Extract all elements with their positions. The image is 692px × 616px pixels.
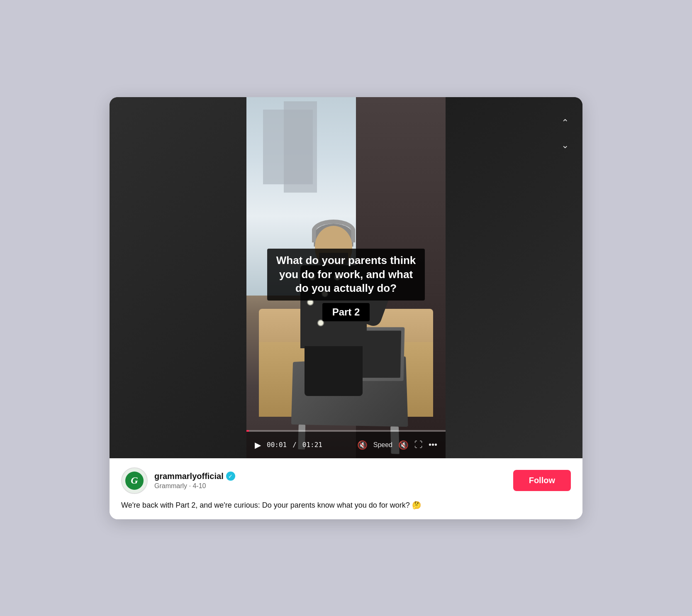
account-row: G grammarlyofficial ✓ Grammarly · 4-10 F… xyxy=(121,467,571,494)
verified-badge: ✓ xyxy=(226,472,235,481)
tiktok-card: What do your parents think you do for wo… xyxy=(110,97,582,519)
account-info: grammarlyofficial ✓ Grammarly · 4-10 xyxy=(154,472,507,490)
video-caption-overlay: What do your parents think you do for wo… xyxy=(267,249,425,321)
bottom-info-section: G grammarlyofficial ✓ Grammarly · 4-10 F… xyxy=(110,458,582,519)
account-subtitle: Grammarly · 4-10 xyxy=(154,482,507,490)
person-scene: What do your parents think you do for wo… xyxy=(246,97,446,458)
avatar[interactable]: G xyxy=(121,467,148,494)
time-separator: / xyxy=(292,441,297,449)
unmute-icon[interactable]: 🔇 xyxy=(357,440,368,450)
speed-label[interactable]: Speed xyxy=(373,441,392,449)
building-bg-2 xyxy=(284,101,317,193)
nav-up-button[interactable]: ⌃ xyxy=(556,114,574,132)
more-options-icon[interactable]: ••• xyxy=(429,440,437,450)
fullscreen-icon[interactable]: ⛶ xyxy=(414,440,423,450)
avatar-letter: G xyxy=(125,472,144,490)
time-total: 01:21 xyxy=(302,441,322,449)
nav-down-button[interactable]: ⌄ xyxy=(556,136,574,154)
video-frame[interactable]: What do your parents think you do for wo… xyxy=(246,97,446,458)
side-panel-right: ⌃ ⌄ 219 xyxy=(446,97,582,458)
account-username[interactable]: grammarlyofficial xyxy=(154,472,224,481)
account-name-row: grammarlyofficial ✓ xyxy=(154,472,507,481)
mute-icon[interactable]: 🔇 xyxy=(398,440,409,450)
follow-button[interactable]: Follow xyxy=(513,470,571,491)
side-panel-left xyxy=(110,97,246,458)
nav-arrows: ⌃ ⌄ xyxy=(556,114,574,154)
video-description: We're back with Part 2, and we're curiou… xyxy=(121,500,571,511)
video-controls-bar: ▶ 00:01 / 01:21 🔇 Speed 🔇 ⛶ ••• xyxy=(246,432,446,458)
time-current: 00:01 xyxy=(267,441,287,449)
play-button[interactable]: ▶ xyxy=(255,440,261,450)
person-legs xyxy=(305,346,363,396)
caption-part-label: Part 2 xyxy=(322,303,370,321)
video-container: What do your parents think you do for wo… xyxy=(110,97,582,458)
caption-main-text: What do your parents think you do for wo… xyxy=(267,249,425,301)
